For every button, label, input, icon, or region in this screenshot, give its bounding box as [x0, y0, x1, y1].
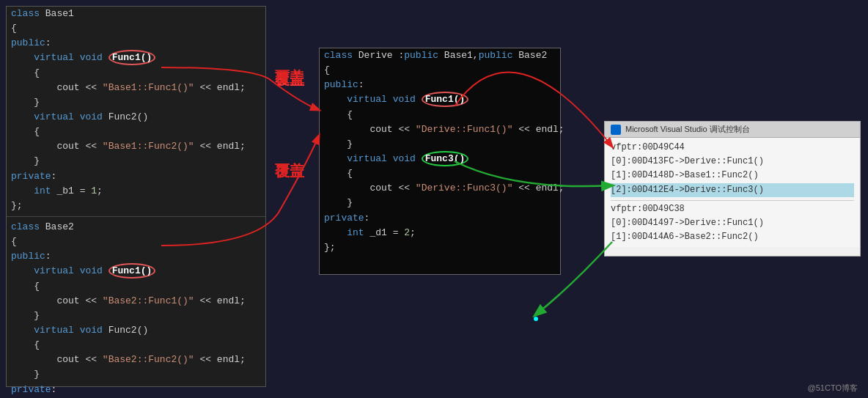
code-line: cout << "Base2::Func2()" << endl; [7, 353, 265, 367]
code-line: int _d1 = 2; [320, 226, 560, 240]
code-line: }; [7, 199, 265, 213]
code-line: { [7, 21, 265, 36]
code-line: { [320, 108, 560, 122]
code-line: public: [320, 78, 560, 92]
code-line: int _b1 = 1; [7, 184, 265, 199]
code-line: virtual void Func2() [7, 323, 265, 338]
code-line: { [7, 66, 265, 81]
left-code-panel: class Base1 { public: virtual void Func1… [6, 6, 266, 387]
code-line: cout << "Base1::Func2()" << endl; [7, 139, 265, 154]
code-line: { [7, 125, 265, 139]
code-line: cout << "Derive::Func1()" << endl; [320, 122, 560, 137]
watermark: @51CTO博客 [808, 383, 858, 394]
vs-content: vfptr:00D49C44 [0]:00D413FC->Derive::Fun… [605, 138, 860, 247]
vs-header: Microsoft Visual Studio 调试控制台 [605, 122, 860, 138]
code-line: } [320, 196, 560, 210]
code-line: class Derive :public Base1,public Base2 [320, 48, 560, 63]
code-line: virtual void Func1() [320, 92, 560, 107]
cover-label-2: 覆盖 [275, 161, 304, 181]
code-line: { [320, 166, 560, 181]
vs-entry-2-highlight: [2]:00D412E4->Derive::Func3() [611, 183, 854, 197]
vs-entry2-0: [0]:00D41497->Derive::Func1() [611, 216, 854, 230]
code-line: virtual void Func2() [7, 110, 265, 125]
code-line: private: [7, 169, 265, 184]
code-line: { [7, 235, 265, 249]
code-line: { [7, 338, 265, 353]
code-line: private: [320, 211, 560, 226]
code-line: virtual void Func1() [7, 264, 265, 279]
vs-entry2-1: [1]:00D414A6->Base2::Func2() [611, 230, 854, 244]
code-line: } [320, 137, 560, 152]
code-line: } [7, 154, 265, 169]
cover-label-1: 覆盖 [275, 70, 304, 89]
main-container: class Base1 { public: virtual void Func1… [0, 0, 868, 398]
code-line: { [320, 63, 560, 78]
vs-icon [611, 125, 621, 135]
code-line: cout << "Base1::Func1()" << endl; [7, 81, 265, 95]
code-line: cout << "Derive::Func3()" << endl; [320, 181, 560, 196]
vs-debug-panel: Microsoft Visual Studio 调试控制台 vfptr:00D4… [604, 121, 861, 257]
vs-entry-0: [0]:00D413FC->Derive::Func1() [611, 155, 854, 169]
code-line: public: [7, 36, 265, 51]
vs-title: Microsoft Visual Studio 调试控制台 [625, 124, 750, 135]
code-line: { [7, 279, 265, 294]
cyan-dot [534, 317, 538, 321]
middle-code-panel: class Derive :public Base1,public Base2 … [319, 48, 561, 275]
code-line: public: [7, 249, 265, 264]
code-line: } [7, 309, 265, 323]
code-line: private: [7, 383, 265, 397]
vs-entry-1: [1]:00D4148D->Base1::Func2() [611, 169, 854, 183]
code-line: } [7, 367, 265, 382]
code-line: class Base1 [7, 7, 265, 21]
code-line: }; [320, 240, 560, 255]
code-line: } [7, 95, 265, 110]
vs-vfptr2-addr: vfptr:00D49C38 [611, 202, 854, 216]
vs-vfptr1-addr: vfptr:00D49C44 [611, 141, 854, 155]
code-line: virtual void Func3() [320, 152, 560, 166]
code-line: virtual void Func1() [7, 51, 265, 65]
code-line: class Base2 [7, 220, 265, 235]
code-line: cout << "Base2::Func1()" << endl; [7, 294, 265, 309]
